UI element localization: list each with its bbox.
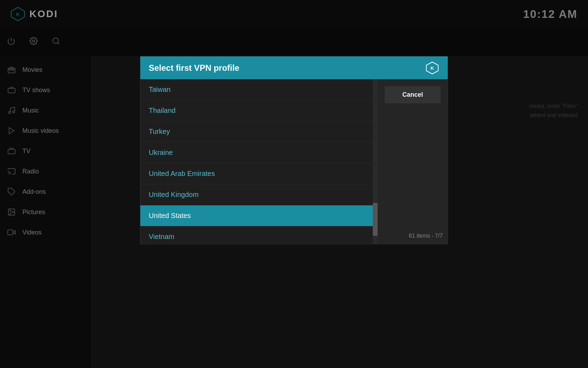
cancel-button[interactable]: Cancel	[385, 86, 441, 103]
items-count: 61 items - 7/7	[409, 233, 443, 239]
modal-kodi-icon: K	[425, 61, 439, 75]
vpn-profile-modal: Select first VPN profile K Taiwan Thaila…	[140, 56, 448, 244]
scrollbar-thumb[interactable]	[373, 203, 378, 236]
list-item-thailand[interactable]: Thailand	[140, 100, 378, 121]
modal-body: Taiwan Thailand Turkey Ukraine United Ar…	[140, 79, 448, 244]
list-item-us[interactable]: United States	[140, 205, 378, 226]
scrollbar-track[interactable]	[373, 79, 378, 244]
list-panel: Taiwan Thailand Turkey Ukraine United Ar…	[140, 79, 378, 244]
modal-header: Select first VPN profile K	[140, 56, 448, 79]
modal-overlay: Select first VPN profile K Taiwan Thaila…	[0, 0, 588, 368]
list-item-uk[interactable]: United Kingdom	[140, 184, 378, 205]
list-item-ukraine[interactable]: Ukraine	[140, 142, 378, 163]
list-item-vietnam[interactable]: Vietnam	[140, 226, 378, 244]
modal-title: Select first VPN profile	[149, 63, 239, 73]
svg-text:K: K	[430, 66, 434, 71]
list-item-turkey[interactable]: Turkey	[140, 121, 378, 142]
list-item-uae[interactable]: United Arab Emirates	[140, 163, 378, 184]
right-panel: Cancel 61 items - 7/7	[378, 79, 448, 244]
list-item-taiwan[interactable]: Taiwan	[140, 79, 378, 100]
